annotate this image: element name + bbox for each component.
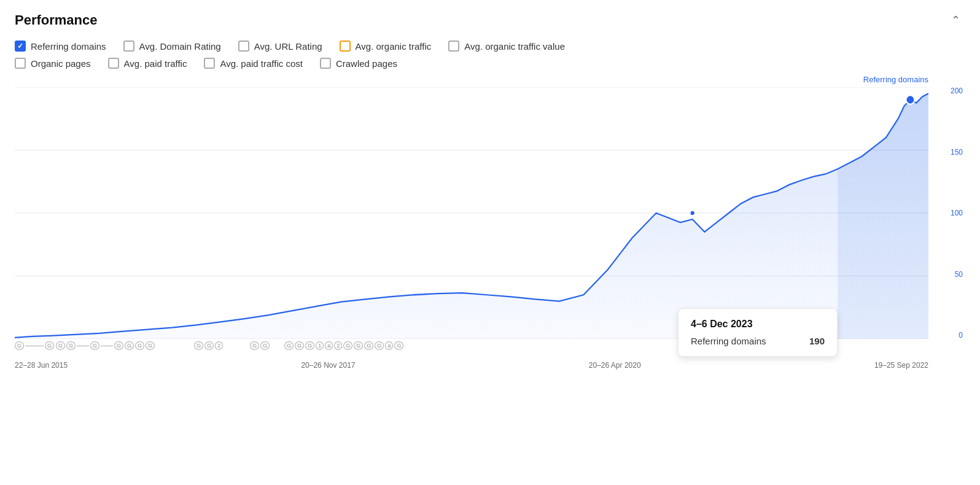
checkboxes-row2: Organic pages Avg. paid traffic Avg. pai… [15,58,965,69]
line-chart-svg [15,87,928,339]
annotation-icon[interactable]: G [354,341,363,350]
checkbox-label-referring-domains: Referring domains [31,41,106,52]
annotation-icon[interactable]: G [305,341,314,350]
chart-peak-dot [906,95,915,104]
tooltip-metric: Referring domains [691,336,766,346]
checkbox-avg-paid-traffic[interactable]: Avg. paid traffic [108,58,187,69]
page-title: Performance [15,12,98,28]
collapse-button[interactable]: ⌃ [946,11,965,29]
performance-panel: Performance ⌃ Referring domains Avg. Dom… [0,0,980,382]
x-label-2020: 20–26 Apr 2020 [589,361,641,370]
y-label-150: 150 [951,149,963,156]
chart-mid-dot [690,211,695,215]
tooltip-date: 4–6 Dec 2023 [691,319,825,330]
chart-svg-container [15,87,928,339]
annotation-icon[interactable]: 2 [215,341,223,350]
x-axis: 22–28 Jun 2015 20–26 Nov 2017 20–26 Apr … [15,361,928,370]
y-label-50: 50 [955,271,963,278]
checkbox-label-crawled-pages: Crawled pages [336,58,397,69]
annotation-icon[interactable]: G [364,341,373,350]
annotation-icon[interactable]: G [394,341,403,350]
checkboxes-row1: Referring domains Avg. Domain Rating Avg… [15,41,965,52]
annotation-icon[interactable]: G [125,341,134,350]
checkbox-box-avg-domain-rating [123,41,134,52]
checkbox-box-avg-organic-traffic-value [448,41,459,52]
annotation-icon[interactable]: G [15,341,24,350]
chart-highlight-area [838,93,928,339]
checkbox-box-avg-paid-traffic [108,58,119,69]
tooltip-row: Referring domains 190 [691,336,825,346]
annotation-icon[interactable]: G [146,341,155,350]
checkbox-label-avg-domain-rating: Avg. Domain Rating [139,41,221,52]
y-axis: 200 150 100 50 0 [930,87,965,339]
chart-area: Referring domains 200 150 100 50 0 [15,75,965,376]
checkbox-avg-organic-traffic-value[interactable]: Avg. organic traffic value [448,41,565,52]
checkbox-avg-organic-traffic[interactable]: Avg. organic traffic [340,41,432,52]
checkbox-label-avg-organic-traffic-value: Avg. organic traffic value [464,41,565,52]
annotation-icon[interactable]: 2 [334,341,342,350]
checkbox-box-organic-pages [15,58,26,69]
tooltip-value: 190 [809,336,825,346]
checkbox-organic-pages[interactable]: Organic pages [15,58,91,69]
header-row: Performance ⌃ [15,11,965,29]
annotation-icon[interactable]: G [375,341,384,350]
annotation-icon[interactable]: G [90,341,99,350]
y-label-100: 100 [951,209,963,217]
annotation-icon[interactable]: G [114,341,123,350]
y-label-200: 200 [951,87,963,95]
checkbox-referring-domains[interactable]: Referring domains [15,41,106,52]
checkbox-box-referring-domains [15,41,26,52]
annotation-icon[interactable]: 1 [316,341,324,350]
chart-tooltip: 4–6 Dec 2023 Referring domains 190 [678,308,838,357]
checkbox-label-avg-organic-traffic: Avg. organic traffic [356,41,432,52]
checkbox-label-avg-paid-traffic-cost: Avg. paid traffic cost [220,58,303,69]
chart-series-label: Referring domains [863,75,928,84]
annotation-icon[interactable]: G [250,341,259,350]
checkbox-label-avg-paid-traffic: Avg. paid traffic [124,58,187,69]
checkbox-box-avg-url-rating [238,41,249,52]
checkbox-box-avg-paid-traffic-cost [204,58,215,69]
annotation-icon[interactable]: a [325,341,333,350]
checkbox-avg-domain-rating[interactable]: Avg. Domain Rating [123,41,221,52]
checkbox-crawled-pages[interactable]: Crawled pages [320,58,397,69]
chart-area-fill [15,93,928,339]
annotation-icon[interactable]: G [260,341,270,350]
checkbox-box-avg-organic-traffic [340,41,351,52]
annotation-icon[interactable]: G [284,341,294,350]
y-label-0: 0 [959,332,963,339]
x-label-2022: 19–25 Sep 2022 [874,361,928,370]
annotation-icon[interactable]: G [56,341,65,350]
checkbox-label-avg-url-rating: Avg. URL Rating [254,41,322,52]
x-label-2015: 22–28 Jun 2015 [15,361,68,370]
annotation-icon[interactable]: G [343,341,352,350]
checkbox-box-crawled-pages [320,58,331,69]
annotation-icon[interactable]: G [135,341,144,350]
checkbox-label-organic-pages: Organic pages [31,58,91,69]
annotation-icon[interactable]: G [66,341,76,350]
x-label-2017: 20–26 Nov 2017 [301,361,355,370]
checkbox-avg-url-rating[interactable]: Avg. URL Rating [238,41,322,52]
annotation-icon[interactable]: G [295,341,304,350]
annotation-icon[interactable]: G [45,341,54,350]
annotation-icon[interactable]: G [204,341,214,350]
checkbox-avg-paid-traffic-cost[interactable]: Avg. paid traffic cost [204,58,303,69]
annotation-icon[interactable]: G [194,341,203,350]
annotation-icon[interactable]: a [385,341,393,350]
